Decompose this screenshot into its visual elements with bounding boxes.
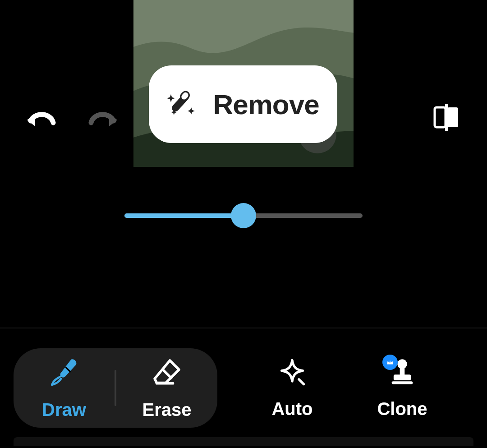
undo-button[interactable] <box>25 107 57 131</box>
compare-icon <box>433 103 460 132</box>
tool-clone[interactable]: Clone <box>357 348 447 428</box>
svg-rect-14 <box>394 374 411 380</box>
brush-size-slider[interactable] <box>124 202 363 229</box>
svg-marker-3 <box>188 107 195 115</box>
svg-rect-7 <box>445 104 448 131</box>
brush-icon <box>48 356 80 391</box>
tool-draw[interactable]: Draw <box>14 348 115 428</box>
tool-clone-label: Clone <box>377 399 427 419</box>
slider-fill <box>124 213 244 218</box>
magic-wand-icon <box>167 87 199 121</box>
section-divider <box>0 328 487 328</box>
stamp-icon <box>387 357 418 390</box>
svg-rect-15 <box>392 381 413 384</box>
bottom-handle <box>14 437 473 446</box>
tool-row: Draw Erase Auto <box>0 343 487 433</box>
compare-button[interactable] <box>433 103 460 134</box>
svg-line-9 <box>162 369 172 379</box>
eraser-icon <box>151 356 183 391</box>
remove-button[interactable]: Remove <box>149 65 337 143</box>
sparkle-icon <box>277 357 308 390</box>
svg-marker-2 <box>167 94 175 102</box>
tool-draw-label: Draw <box>42 400 86 420</box>
tool-auto[interactable]: Auto <box>247 348 337 428</box>
tool-erase-label: Erase <box>142 400 192 420</box>
tool-erase[interactable]: Erase <box>116 348 217 428</box>
svg-line-11 <box>299 379 304 384</box>
premium-badge <box>382 355 398 370</box>
redo-icon <box>87 107 119 129</box>
redo-button[interactable] <box>87 107 119 131</box>
draw-erase-group: Draw Erase <box>14 348 217 428</box>
svg-rect-13 <box>400 367 405 375</box>
svg-rect-6 <box>447 107 458 127</box>
slider-thumb[interactable] <box>231 203 256 228</box>
remove-button-label: Remove <box>213 88 319 120</box>
svg-rect-5 <box>435 107 446 127</box>
crown-icon <box>386 358 394 366</box>
undo-icon <box>25 107 57 129</box>
tool-auto-label: Auto <box>271 399 312 419</box>
